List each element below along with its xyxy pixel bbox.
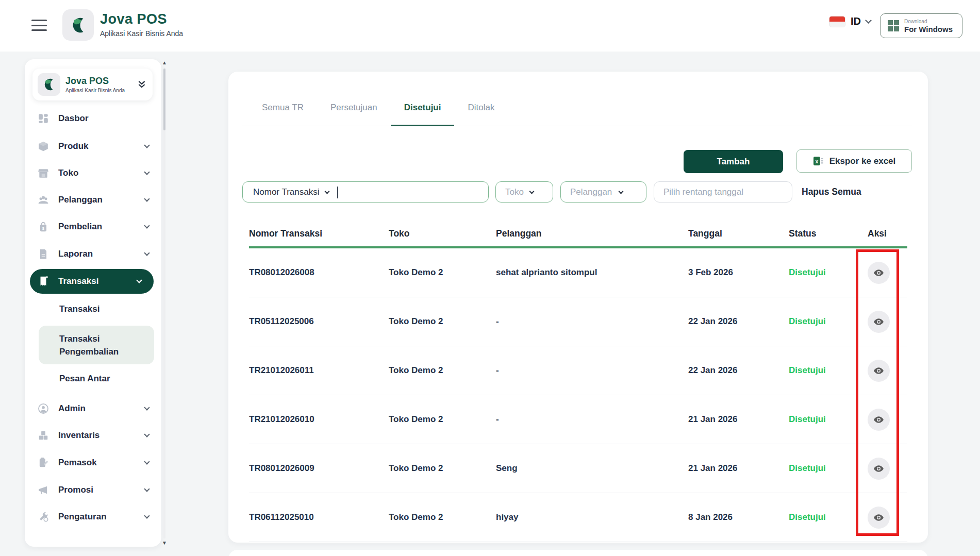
clipboard-pencil-icon — [38, 457, 49, 468]
cell-toko: Toko Demo 2 — [389, 365, 496, 376]
store-filter-dropdown[interactable]: Toko — [495, 181, 553, 203]
table-row: TR21012026010 Toko Demo 2 - 21 Jan 2026 … — [249, 395, 907, 444]
table-header: Nomor Transaksi Toko Pelanggan Tanggal S… — [249, 221, 907, 248]
sidebar-subitem-transaksi-pengembalian[interactable]: Transaksi Pengembalian — [39, 326, 154, 364]
cell-tanggal: 21 Jan 2026 — [688, 414, 789, 425]
cell-toko: Toko Demo 2 — [389, 512, 496, 523]
user-circle-icon — [38, 403, 49, 414]
cell-nomor-transaksi: TR05112025006 — [249, 316, 389, 327]
eye-icon — [873, 316, 885, 328]
view-detail-button[interactable] — [868, 409, 890, 431]
cell-nomor-transaksi: TR21012026010 — [249, 414, 389, 425]
cell-pelanggan: - — [496, 316, 688, 327]
eye-icon — [873, 414, 885, 426]
tab-bar: Semua TR Persetujuan Disetujui Ditolak — [242, 72, 912, 126]
cell-toko: Toko Demo 2 — [389, 414, 496, 425]
shopping-bag-icon — [38, 221, 49, 232]
sidebar-item-pembelian[interactable]: Pembelian — [25, 214, 161, 239]
sidebar-brand-tagline: Aplikasi Kasir Bisnis Anda — [65, 88, 125, 93]
brand-text: Jova POS Aplikasi Kasir Bisnis Anda — [100, 11, 183, 38]
cell-status: Disetujui — [789, 414, 868, 425]
col-pelanggan: Pelanggan — [496, 228, 688, 239]
sidebar-brand-name: Jova POS — [65, 76, 125, 87]
chevron-down-icon — [144, 169, 150, 175]
cell-nomor-transaksi: TR08012026009 — [249, 463, 389, 474]
document-icon — [38, 248, 49, 260]
language-code: ID — [851, 15, 861, 27]
sidebar-item-pemasok[interactable]: Pemasok — [25, 450, 161, 475]
cell-status: Disetujui — [789, 512, 868, 523]
scrollbar-thumb[interactable] — [163, 69, 165, 130]
tab-persetujuan[interactable]: Persetujuan — [317, 103, 391, 126]
top-header: Jova POS Aplikasi Kasir Bisnis Anda ID D… — [0, 0, 980, 52]
cell-status: Disetujui — [789, 267, 868, 278]
cell-nomor-transaksi: TR08012026008 — [249, 267, 389, 278]
receipt-icon — [38, 276, 49, 287]
cell-tanggal: 3 Feb 2026 — [688, 267, 789, 278]
sidebar-item-toko[interactable]: Toko — [25, 161, 161, 186]
chevron-down-icon — [144, 431, 150, 437]
customer-filter-dropdown[interactable]: Pelanggan — [560, 181, 646, 203]
view-detail-button[interactable] — [868, 360, 890, 382]
tab-ditolak[interactable]: Ditolak — [454, 103, 508, 126]
language-selector[interactable]: ID — [829, 15, 871, 27]
tambah-button[interactable]: Tambah — [684, 150, 783, 173]
content-area: Jova POS Aplikasi Kasir Bisnis Anda Dasb… — [0, 52, 980, 556]
col-aksi: Aksi — [868, 228, 907, 239]
chevron-down-icon — [144, 513, 150, 518]
sidebar-item-admin[interactable]: Admin — [25, 396, 161, 421]
sidebar-item-transaksi[interactable]: Transaksi — [30, 269, 154, 294]
transaction-number-filter[interactable]: Nomor Transaksi — [242, 181, 489, 203]
cell-nomor-transaksi: TR06112025010 — [249, 512, 389, 523]
sidebar-item-pengaturan[interactable]: Pengaturan — [25, 504, 161, 529]
chevron-down-icon — [619, 189, 624, 194]
pagination-card-partial — [228, 550, 928, 556]
cell-pelanggan: - — [496, 365, 688, 376]
tab-disetujui[interactable]: Disetujui — [391, 103, 455, 126]
col-toko: Toko — [389, 228, 496, 239]
tab-semua-tr[interactable]: Semua TR — [248, 103, 317, 126]
export-excel-button[interactable]: Ekspor ke excel — [796, 149, 912, 173]
sidebar-subitem-transaksi[interactable]: Transaksi — [59, 304, 99, 314]
sidebar-brand-card[interactable]: Jova POS Aplikasi Kasir Bisnis Anda — [32, 69, 153, 100]
sidebar-subitem-pesan-antar[interactable]: Pesan Antar — [59, 374, 110, 384]
download-label-large: For Windows — [904, 25, 953, 33]
chevron-down-icon — [144, 405, 150, 410]
sidebar-item-produk[interactable]: Produk — [25, 134, 161, 159]
sidebar-item-promosi[interactable]: Promosi — [25, 478, 161, 502]
view-detail-button[interactable] — [868, 458, 890, 480]
brand-name: Jova POS — [100, 11, 183, 27]
cell-status: Disetujui — [789, 365, 868, 376]
cell-tanggal: 21 Jan 2026 — [688, 463, 789, 474]
cell-status: Disetujui — [789, 316, 868, 327]
hamburger-menu-icon[interactable] — [31, 18, 47, 33]
sidebar-scrollbar[interactable]: ▲ ▼ — [160, 59, 169, 547]
cell-pelanggan: Seng — [496, 463, 688, 474]
stacked-boxes-icon — [38, 430, 49, 441]
chevron-down-icon — [529, 189, 534, 194]
scroll-down-icon[interactable]: ▼ — [160, 540, 169, 547]
sidebar-item-inventaris[interactable]: Inventaris — [25, 423, 161, 448]
windows-logo-icon — [888, 20, 899, 31]
scroll-up-icon[interactable]: ▲ — [160, 59, 169, 66]
collapse-double-chevron-icon[interactable] — [137, 80, 146, 89]
chevron-down-icon — [136, 277, 142, 283]
sidebar: Jova POS Aplikasi Kasir Bisnis Anda Dasb… — [25, 59, 161, 547]
excel-icon — [813, 156, 824, 166]
table-row: TR05112025006 Toko Demo 2 - 22 Jan 2026 … — [249, 297, 907, 346]
cell-toko: Toko Demo 2 — [389, 463, 496, 474]
view-detail-button[interactable] — [868, 507, 890, 529]
cell-toko: Toko Demo 2 — [389, 316, 496, 327]
col-status: Status — [789, 228, 868, 239]
clear-all-filters-button[interactable]: Hapus Semua — [802, 181, 861, 203]
sidebar-item-pelanggan[interactable]: Pelanggan — [25, 188, 161, 212]
chevron-down-icon — [144, 142, 150, 148]
date-range-input[interactable]: Pilih rentang tanggal — [654, 181, 792, 203]
leaf-logo-icon — [69, 15, 88, 35]
download-for-windows-button[interactable]: Download For Windows — [880, 13, 962, 38]
sidebar-item-dasbor[interactable]: Dasbor — [25, 106, 161, 131]
view-detail-button[interactable] — [868, 311, 890, 333]
app-logo — [62, 9, 94, 41]
view-detail-button[interactable] — [868, 262, 890, 284]
sidebar-item-laporan[interactable]: Laporan — [25, 242, 161, 266]
